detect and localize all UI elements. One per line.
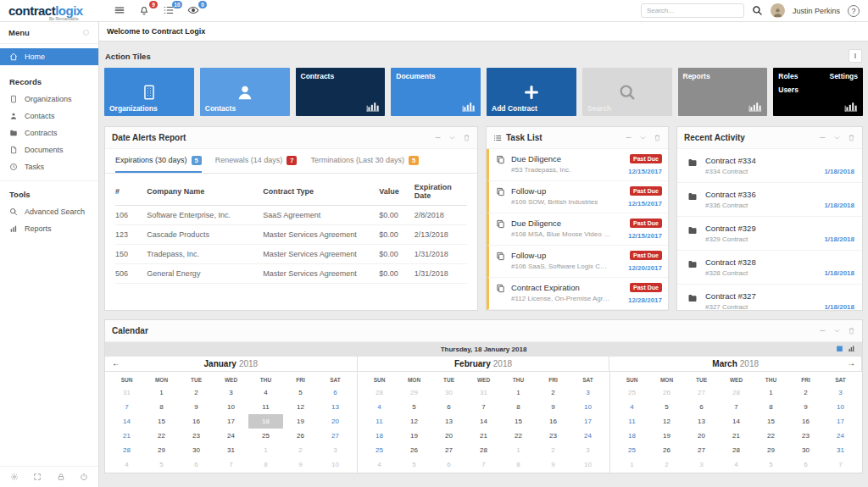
search-input[interactable]	[641, 3, 744, 18]
col-type[interactable]: Contract Type	[263, 187, 379, 196]
tab-terminations[interactable]: Terminations (Last 30 days) 5	[310, 156, 419, 173]
calendar-day[interactable]: 16	[179, 414, 214, 429]
task-list-item[interactable]: Contract Expiration #112 License, On-Pre…	[487, 278, 668, 310]
calendar-day[interactable]: 10	[214, 400, 248, 414]
activity-item[interactable]: Contract #327 #327 Contract 1/18/2018	[677, 285, 862, 311]
sidebar-item-reports[interactable]: Reports	[0, 220, 98, 237]
chevron-down-icon[interactable]	[639, 134, 647, 141]
calendar-day[interactable]: 7	[466, 400, 501, 414]
calendar-day[interactable]: 22	[501, 429, 536, 443]
activity-date[interactable]: 1/18/2018	[824, 202, 854, 209]
sidebar-item-home[interactable]: Home	[0, 48, 98, 65]
tile-admin[interactable]: Roles Settings Users	[773, 68, 863, 116]
calendar-day[interactable]: 1	[248, 443, 283, 457]
calendar-day[interactable]: 18	[362, 429, 397, 443]
avatar[interactable]	[771, 3, 785, 18]
calendar-day[interactable]: 31	[823, 443, 858, 457]
calendar-day[interactable]: 4	[362, 400, 397, 414]
calendar-day[interactable]: 4	[109, 457, 144, 472]
chevron-down-icon[interactable]	[833, 327, 841, 335]
calendar-day[interactable]: 2	[649, 457, 684, 472]
trash-icon[interactable]	[848, 134, 855, 141]
calendar-day[interactable]: 27	[684, 385, 719, 400]
menu-pin-icon[interactable]	[82, 29, 90, 36]
calendar-day[interactable]: 5	[144, 457, 179, 472]
calendar-day[interactable]: 2	[179, 385, 214, 400]
sidebar-item-tasks[interactable]: Tasks	[0, 158, 98, 175]
tab-renewals[interactable]: Renewals (14 days) 7	[215, 156, 298, 173]
col-value[interactable]: Value	[379, 187, 415, 196]
calendar-day[interactable]: 27	[431, 443, 466, 457]
minimize-icon[interactable]	[819, 134, 826, 141]
calendar-day[interactable]: 28	[362, 385, 397, 400]
calendar-day[interactable]: 8	[501, 400, 536, 414]
power-icon[interactable]	[80, 473, 88, 481]
hamburger-menu-button[interactable]	[114, 4, 126, 17]
table-row[interactable]: 123 Cascade Products Master Services Agr…	[115, 225, 467, 245]
calendar-day[interactable]: 25	[615, 443, 649, 457]
calendar-day[interactable]: 1	[144, 385, 179, 400]
table-row[interactable]: 506 General Energy Master Services Agree…	[115, 264, 467, 284]
calendar-day[interactable]: 24	[214, 429, 248, 443]
tab-expirations[interactable]: Expirations (30 days) 5	[115, 156, 202, 173]
calendar-day[interactable]: 6	[179, 457, 214, 472]
calendar-day[interactable]: 29	[144, 443, 179, 457]
calendar-day[interactable]: 9	[788, 400, 823, 414]
prev-month-arrow[interactable]: ←	[112, 358, 120, 368]
calendar-day[interactable]: 30	[431, 385, 466, 400]
next-month-arrow[interactable]: →	[847, 358, 855, 368]
calendar-day[interactable]: 24	[570, 429, 605, 443]
calendar-day[interactable]: 27	[684, 443, 719, 457]
calendar-day[interactable]: 3	[570, 385, 605, 400]
calendar-day[interactable]: 14	[109, 414, 144, 429]
calendar-day[interactable]: 3	[570, 443, 605, 457]
calendar-day[interactable]: 3	[214, 385, 248, 400]
help-button[interactable]: ?	[848, 5, 860, 17]
calendar-day[interactable]: 14	[719, 414, 754, 429]
activity-item[interactable]: Contract #336 #336 Contract 1/18/2018	[677, 183, 862, 217]
calendar-day[interactable]: 5	[397, 400, 431, 414]
calendar-day[interactable]: 7	[109, 400, 144, 414]
lock-icon[interactable]	[57, 473, 65, 481]
calendar-day[interactable]: 23	[788, 429, 823, 443]
calendar-day[interactable]: 6	[431, 400, 466, 414]
sidebar-item-contracts[interactable]: Contracts	[0, 125, 98, 141]
calendar-day[interactable]: 1	[615, 457, 649, 472]
calendar-day[interactable]: 26	[649, 385, 684, 400]
app-logo[interactable]: contractlogix Be Remarkable.	[8, 4, 102, 17]
calendar-day[interactable]: 6	[684, 400, 719, 414]
minimize-icon[interactable]	[434, 134, 442, 141]
user-name[interactable]: Justin Perkins	[793, 7, 840, 15]
task-list-item[interactable]: Due Diligence #53 Tradepass, Inc. Past D…	[487, 149, 668, 181]
tile-add-contract[interactable]: Add Contract	[487, 68, 576, 116]
calendar-day[interactable]: 4	[719, 457, 754, 472]
calendar-day[interactable]: 3	[684, 457, 719, 472]
calendar-day[interactable]: 2	[536, 385, 570, 400]
calendar-day[interactable]: 22	[754, 429, 788, 443]
calendar-day[interactable]: 3	[823, 385, 858, 400]
calendar-day[interactable]: 10	[318, 457, 353, 472]
calendar-day[interactable]: 15	[501, 414, 536, 429]
calendar-day[interactable]: 8	[754, 400, 788, 414]
calendar-day[interactable]: 23	[179, 429, 214, 443]
calendar-day[interactable]: 20	[431, 429, 466, 443]
calendar-day[interactable]: 11	[248, 400, 283, 414]
calendar-day[interactable]: 13	[318, 400, 353, 414]
tile-documents[interactable]: Documents	[391, 68, 481, 116]
calendar-day[interactable]: 13	[431, 414, 466, 429]
calendar-day[interactable]: 25	[615, 385, 649, 400]
trash-icon[interactable]	[463, 134, 470, 141]
calendar-day[interactable]: 30	[179, 443, 214, 457]
calendar-day[interactable]: 5	[649, 400, 684, 414]
calendar-day[interactable]: 4	[248, 385, 283, 400]
activity-item[interactable]: Contract #329 #329 Contract 1/18/2018	[677, 217, 862, 251]
calendar-day[interactable]: 21	[719, 429, 754, 443]
task-list-item[interactable]: Follow-up #106 SaaS, Software Logix CRM …	[487, 246, 668, 278]
activity-date[interactable]: 1/18/2018	[824, 235, 854, 243]
calendar-day[interactable]: 1	[754, 385, 788, 400]
calendar-day[interactable]: 18	[248, 414, 283, 429]
tile-label-roles[interactable]: Roles	[778, 72, 798, 80]
calendar-day[interactable]: 29	[754, 443, 788, 457]
dashboard-options-button[interactable]	[849, 49, 862, 63]
calendar-day[interactable]: 17	[570, 414, 605, 429]
